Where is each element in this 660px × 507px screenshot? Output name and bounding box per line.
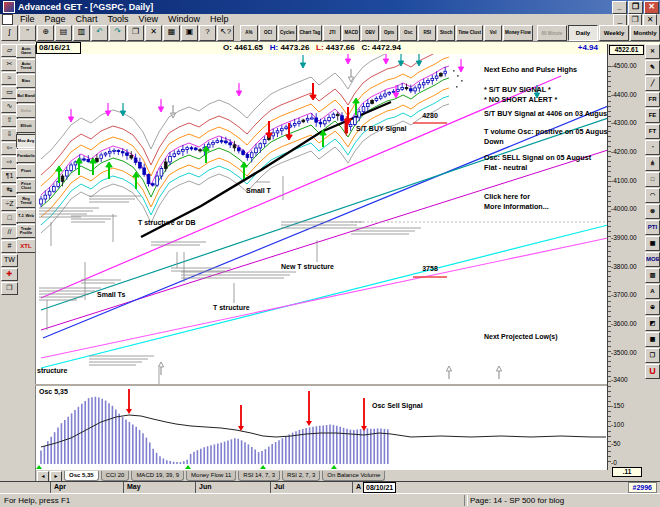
timeframe-monthly[interactable]: Monthly bbox=[630, 25, 660, 41]
study-tab-macd-19-39-9[interactable]: MACD 19, 39, 9 bbox=[131, 471, 184, 481]
red-cross-icon[interactable]: ✚ bbox=[1, 268, 18, 281]
study-tab-on-balance-volume[interactable]: On Balance Volume bbox=[322, 471, 385, 481]
mdi-maximize-button[interactable]: ❐ bbox=[628, 14, 642, 26]
mdi-minimize-button[interactable]: _ bbox=[613, 14, 627, 26]
oscillator-label: Osc 5,35 bbox=[39, 388, 68, 396]
color-tool-icon[interactable]: ◩ bbox=[645, 316, 660, 331]
menu-window[interactable]: Window bbox=[163, 14, 205, 25]
more-information-link[interactable]: Click here for bbox=[484, 192, 530, 201]
study-tab-osc-5-35[interactable]: Osc 5,35 bbox=[64, 471, 99, 481]
menu-file[interactable]: File bbox=[15, 14, 40, 25]
copy-tool-icon[interactable]: ❐ bbox=[645, 348, 660, 363]
tile-icon[interactable]: ▦ bbox=[163, 25, 180, 41]
grid-tool-icon[interactable]: ▦ bbox=[645, 236, 660, 251]
indicator-button-chart-tag[interactable]: Chart Tag bbox=[298, 25, 323, 41]
study-button-xtl[interactable]: XTL bbox=[16, 239, 36, 253]
study-button-delta[interactable]: Delta bbox=[16, 104, 36, 118]
box-tool-icon[interactable]: □ bbox=[645, 172, 660, 187]
menu-help[interactable]: Help bbox=[205, 14, 234, 25]
mob-tool-icon[interactable]: MOB bbox=[645, 252, 660, 267]
study-tab-money-flow-11[interactable]: Money Flow 11 bbox=[186, 471, 236, 481]
study-button-elliott[interactable]: Elliott bbox=[16, 119, 36, 133]
trend-line-tool-icon[interactable]: ╱ bbox=[645, 76, 660, 91]
ellipse-tool-icon[interactable]: ◠ bbox=[645, 188, 660, 203]
indicator-button-a-[interactable]: A% bbox=[240, 25, 258, 41]
new-chart-icon[interactable]: ▤ bbox=[55, 25, 72, 41]
maximize-button[interactable]: ❐ bbox=[628, 1, 643, 14]
save-page-icon[interactable]: ▥ bbox=[73, 25, 90, 41]
pitchfork-tool-icon[interactable]: ⋔ bbox=[645, 156, 660, 171]
menu-tools[interactable]: Tools bbox=[103, 14, 134, 25]
zoom-icon[interactable]: ⊕ bbox=[37, 25, 54, 41]
study-button-parabolic[interactable]: Parabolic bbox=[16, 149, 36, 163]
study-button-bias[interactable]: Bias bbox=[16, 74, 36, 88]
undo-tool-icon[interactable]: U bbox=[645, 364, 660, 379]
study-tab-rsi-14-7-3[interactable]: RSI 14, 7, 3 bbox=[238, 471, 280, 481]
print-icon[interactable]: ▣ bbox=[181, 25, 198, 41]
menu-chart[interactable]: Chart bbox=[71, 14, 103, 25]
candle-body bbox=[323, 121, 326, 124]
back-icon[interactable]: ↶ bbox=[91, 25, 108, 41]
candle-body bbox=[220, 141, 223, 142]
tw-icon[interactable]: TW bbox=[1, 254, 18, 267]
price-chart-panel[interactable]: S/T BUY SignalSmall TT structure or DBNe… bbox=[35, 54, 608, 384]
indicator-button-money-flow[interactable]: Money Flow bbox=[503, 25, 533, 41]
pin-icon[interactable]: ʃ bbox=[1, 25, 18, 41]
oscillator-panel[interactable]: Osc 5,35Osc Sell Signal bbox=[35, 386, 608, 470]
pencil-tool-icon[interactable]: ✎ bbox=[645, 60, 660, 75]
indicator-button-osc[interactable]: Osc bbox=[399, 25, 417, 41]
chart-date-field[interactable]: 08/16/21 bbox=[36, 42, 81, 54]
indicator-button-oci[interactable]: OCI bbox=[259, 25, 277, 41]
close-button[interactable]: ✕ bbox=[644, 1, 659, 14]
scan-tool-icon[interactable]: ▥ bbox=[645, 268, 660, 283]
study-button-trade-profile[interactable]: Trade Profile bbox=[16, 224, 36, 238]
snapshot-tool-icon[interactable]: ▩ bbox=[645, 332, 660, 347]
indicator-button-stoch[interactable]: Stoch bbox=[437, 25, 455, 41]
fib-extension-icon[interactable]: FE bbox=[645, 108, 660, 123]
oscillator-buy-marker bbox=[331, 465, 337, 469]
timeframe-weekly[interactable]: Weekly bbox=[599, 25, 629, 41]
study-button-mov-avg[interactable]: Mov Avg bbox=[16, 134, 36, 148]
quick-quote-icon[interactable]: ” bbox=[19, 25, 36, 41]
study-tab-cci-20[interactable]: CCI 20 bbox=[101, 471, 130, 481]
eraser-tool-icon[interactable]: ⊗ bbox=[645, 204, 660, 219]
indicator-button-time-clust[interactable]: Time Clust bbox=[456, 25, 483, 41]
study-button-price-clust[interactable]: Price Clust bbox=[16, 179, 36, 193]
study-button-auto-gann[interactable]: Auto Gann bbox=[16, 44, 36, 58]
more-information-link[interactable]: More Information... bbox=[484, 202, 549, 211]
study-button-pivot[interactable]: Pivot bbox=[16, 164, 36, 178]
forward-icon[interactable]: ↷ bbox=[109, 25, 126, 41]
indicator-button-vol[interactable]: Vol bbox=[484, 25, 502, 41]
magnifier-tool-icon[interactable]: ⊕ bbox=[645, 300, 660, 315]
text-tool-icon[interactable]: A bbox=[645, 284, 660, 299]
help-icon[interactable]: ? bbox=[199, 25, 216, 41]
close-chart-icon[interactable]: ✕ bbox=[145, 25, 162, 41]
study-tab-rsi-2-7-3[interactable]: RSI 2, 7, 3 bbox=[282, 471, 320, 481]
context-help-icon[interactable]: ↖? bbox=[217, 25, 234, 41]
minimize-button[interactable]: _ bbox=[612, 1, 627, 14]
menu-view[interactable]: View bbox=[134, 14, 163, 25]
timeframe-60-minute[interactable]: 60 Minute bbox=[537, 25, 567, 41]
new-window-icon[interactable]: ❐ bbox=[1, 282, 18, 295]
indicator-button-jti[interactable]: JTI bbox=[323, 25, 341, 41]
cascade-icon[interactable]: ❐ bbox=[127, 25, 144, 41]
indicator-button-obv[interactable]: OBV bbox=[361, 25, 379, 41]
gann-tool-icon[interactable]: ◔ bbox=[645, 140, 660, 155]
candle-body bbox=[435, 76, 438, 78]
mdi-close-button[interactable]: ✕ bbox=[643, 14, 657, 26]
indicator-button-cycles[interactable]: Cycles bbox=[278, 25, 297, 41]
indicator-button-rsi[interactable]: RSI bbox=[418, 25, 436, 41]
study-button-reg-trend[interactable]: Reg Trend bbox=[16, 194, 36, 208]
pti-tool-icon[interactable]: PTI bbox=[645, 220, 660, 235]
candle-body bbox=[306, 118, 309, 120]
fib-time-icon[interactable]: FT bbox=[645, 124, 660, 139]
no-tool-icon[interactable]: ✕ bbox=[645, 44, 660, 59]
study-button-t-j-web[interactable]: T.J. Web bbox=[16, 209, 36, 223]
menu-page[interactable]: Page bbox=[40, 14, 71, 25]
fib-retracement-icon[interactable]: FR bbox=[645, 92, 660, 107]
indicator-button-macd[interactable]: MACD bbox=[342, 25, 360, 41]
indicator-button-opts[interactable]: Opts bbox=[380, 25, 398, 41]
study-button-bol-band[interactable]: Bol Band bbox=[16, 89, 36, 103]
timeframe-daily[interactable]: Daily bbox=[568, 25, 598, 41]
study-button-auto-trend[interactable]: Auto Trend bbox=[16, 59, 36, 73]
